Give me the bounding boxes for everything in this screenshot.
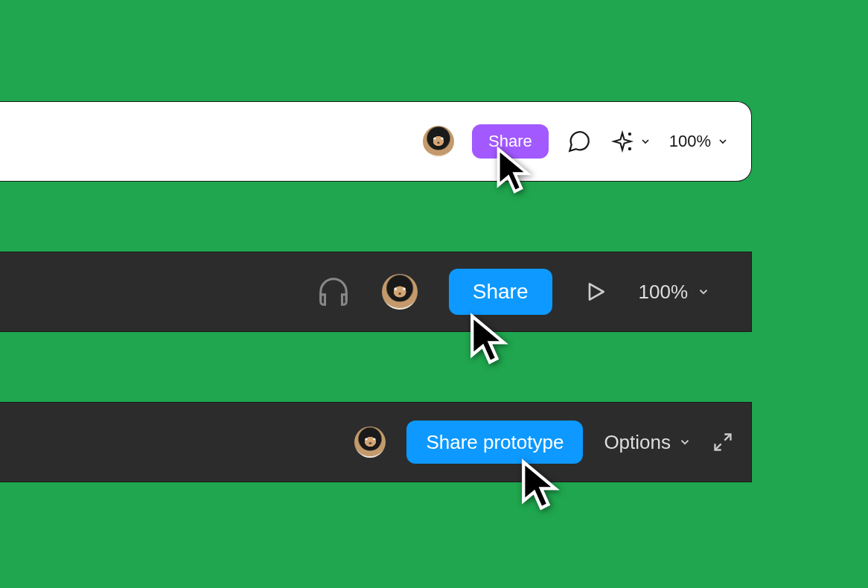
avatar[interactable]	[354, 426, 386, 458]
svg-line-3	[724, 435, 730, 441]
options-dropdown[interactable]: Options	[604, 431, 692, 454]
chevron-down-icon	[697, 285, 710, 298]
chevron-down-icon	[717, 135, 729, 147]
chevron-down-icon	[639, 135, 651, 147]
svg-marker-2	[590, 284, 604, 299]
toolbar-light: Share 100%	[0, 101, 752, 182]
zoom-value: 100%	[639, 281, 689, 304]
options-label: Options	[604, 431, 671, 454]
chevron-down-icon	[678, 435, 692, 449]
comment-icon	[567, 129, 592, 154]
share-button[interactable]: Share	[472, 124, 549, 159]
expand-button[interactable]	[712, 432, 733, 453]
zoom-value: 100%	[669, 132, 711, 151]
share-prototype-button[interactable]: Share prototype	[406, 421, 583, 464]
expand-icon	[712, 432, 733, 453]
avatar[interactable]	[382, 274, 418, 310]
svg-point-0	[629, 133, 631, 135]
comment-button[interactable]	[567, 129, 592, 154]
play-button[interactable]	[584, 280, 607, 304]
toolbar-dark-prototype: Share prototype Options	[0, 402, 752, 482]
headphones-button[interactable]	[316, 275, 351, 309]
avatar[interactable]	[423, 126, 454, 157]
headphones-icon	[316, 275, 351, 309]
share-button-label: Share	[488, 132, 532, 151]
toolbar-dark-editor: Share 100%	[0, 252, 752, 332]
zoom-dropdown[interactable]: 100%	[639, 281, 711, 304]
svg-point-1	[629, 148, 631, 150]
sparkle-icon	[610, 129, 635, 154]
share-button[interactable]: Share	[449, 269, 552, 315]
share-button-label: Share	[473, 280, 529, 304]
share-prototype-label: Share prototype	[426, 431, 564, 454]
svg-line-4	[715, 444, 721, 450]
zoom-dropdown[interactable]: 100%	[669, 132, 729, 151]
play-icon	[584, 280, 607, 304]
sparkle-dropdown[interactable]	[610, 129, 651, 154]
